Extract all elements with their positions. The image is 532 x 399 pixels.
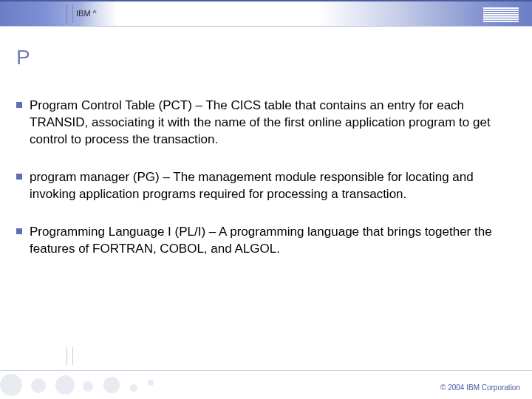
list-item: Programming Language I (PL/I) – A progra… — [16, 224, 510, 258]
header-decoration — [185, 1, 251, 26]
content-list: Program Control Table (PCT) – The CICS t… — [16, 98, 510, 279]
footer-rule — [66, 347, 67, 365]
list-item-text: program manager (PG) – The management mo… — [30, 169, 510, 203]
copyright-text: © 2004 IBM Corporation — [440, 383, 520, 392]
list-item: Program Control Table (PCT) – The CICS t… — [16, 98, 510, 149]
bullet-icon — [16, 174, 22, 180]
header-brand-label: IBM ^ — [76, 9, 97, 18]
bullet-icon — [16, 228, 22, 234]
header-rule — [66, 4, 67, 23]
list-item: program manager (PG) – The management mo… — [16, 169, 510, 203]
footer-decoration — [0, 371, 192, 399]
page-title: P — [16, 46, 30, 69]
footer-rule — [72, 347, 73, 365]
list-item-text: Program Control Table (PCT) – The CICS t… — [30, 98, 510, 149]
ibm-logo-icon — [483, 7, 519, 22]
list-item-text: Programming Language I (PL/I) – A progra… — [30, 224, 510, 258]
slide-header: IBM ^ — [0, 0, 532, 27]
header-rule — [72, 4, 73, 23]
bullet-icon — [16, 102, 22, 108]
